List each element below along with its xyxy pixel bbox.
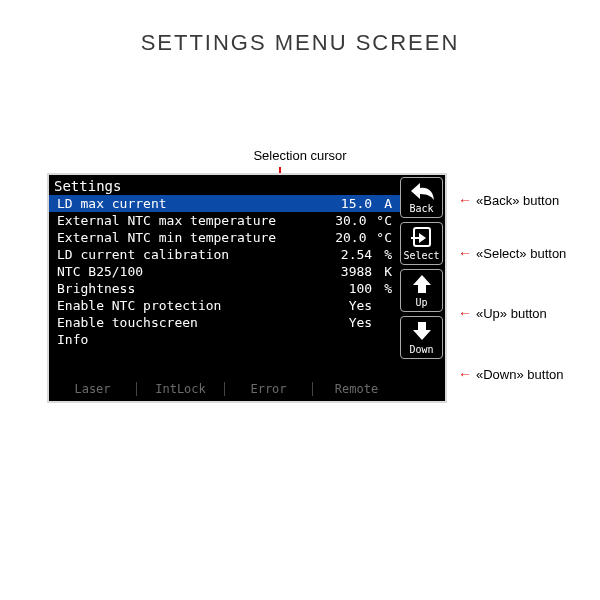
settings-row[interactable]: External NTC min temperature20.0 °C [49, 229, 400, 246]
page-title: SETTINGS MENU SCREEN [0, 30, 600, 56]
up-icon [410, 272, 434, 296]
settings-row[interactable]: LD max current15.0 A [49, 195, 400, 212]
row-value: 30.0 °C [335, 213, 392, 228]
up-button[interactable]: Up [400, 269, 443, 312]
row-label: NTC B25/100 [57, 264, 143, 279]
button-label: Select [403, 250, 439, 261]
row-value: 20.0 °C [335, 230, 392, 245]
back-button[interactable]: Back [400, 177, 443, 218]
settings-row[interactable]: External NTC max temperature30.0 °C [49, 212, 400, 229]
settings-row[interactable]: NTC B25/1003988 K [49, 263, 400, 280]
row-value: 2.54 % [341, 247, 392, 262]
status-item: Laser [49, 382, 137, 396]
arrow-left-icon: ← [458, 305, 472, 321]
row-label: Enable touchscreen [57, 315, 198, 330]
back-icon [408, 180, 436, 202]
down-button[interactable]: Down [400, 316, 443, 359]
select-button[interactable]: Select [400, 222, 443, 265]
settings-row[interactable]: Enable NTC protectionYes [49, 297, 400, 314]
cursor-label: Selection cursor [0, 148, 600, 163]
annot-select: ←«Select» button [458, 245, 566, 261]
settings-row[interactable]: Enable touchscreenYes [49, 314, 400, 331]
settings-row[interactable]: LD current calibration2.54 % [49, 246, 400, 263]
select-icon [408, 225, 436, 249]
row-label: External NTC min temperature [57, 230, 276, 245]
row-label: LD max current [57, 196, 167, 211]
settings-row[interactable]: Info [49, 331, 400, 348]
row-value: Yes [349, 298, 392, 313]
status-item: IntLock [137, 382, 225, 396]
row-label: LD current calibration [57, 247, 229, 262]
row-value: Yes [349, 315, 392, 330]
row-label: Info [57, 332, 88, 347]
row-value [380, 332, 392, 347]
row-value: 3988 K [341, 264, 392, 279]
row-label: External NTC max temperature [57, 213, 276, 228]
annot-down: ←«Down» button [458, 366, 563, 382]
status-item: Remote [313, 382, 400, 396]
row-label: Brightness [57, 281, 135, 296]
annot-back: ←«Back» button [458, 192, 559, 208]
button-label: Down [409, 344, 433, 355]
arrow-left-icon: ← [458, 366, 472, 382]
button-label: Up [415, 297, 427, 308]
settings-list: LD max current15.0 AExternal NTC max tem… [49, 195, 400, 378]
row-label: Enable NTC protection [57, 298, 221, 313]
row-value: 15.0 A [341, 196, 392, 211]
row-value: 100 % [349, 281, 392, 296]
annot-up: ←«Up» button [458, 305, 547, 321]
arrow-left-icon: ← [458, 192, 472, 208]
button-label: Back [409, 203, 433, 214]
down-icon [410, 319, 434, 343]
status-item: Error [225, 382, 313, 396]
arrow-left-icon: ← [458, 245, 472, 261]
status-bar: LaserIntLockErrorRemote [49, 378, 400, 401]
device-screen: Settings LD max current15.0 AExternal NT… [47, 173, 447, 403]
settings-row[interactable]: Brightness100 % [49, 280, 400, 297]
screen-title: Settings [49, 175, 400, 195]
